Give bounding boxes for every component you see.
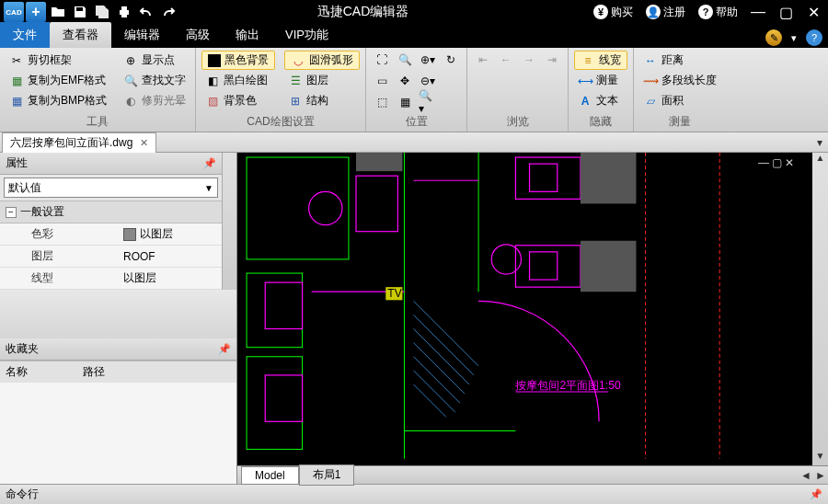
new-icon[interactable]: + — [26, 2, 46, 22]
zoomin-icon[interactable]: ⊕▾ — [418, 51, 438, 69]
prop-row-color[interactable]: 色彩 以图层 — [0, 223, 222, 246]
pan-icon[interactable]: ✥ — [395, 72, 415, 90]
pin-icon[interactable]: 📌 — [203, 157, 216, 169]
halo-icon: ◐ — [123, 94, 138, 109]
yen-icon: ¥ — [593, 5, 608, 19]
structure-button[interactable]: ⊞结构 — [284, 91, 360, 110]
command-line[interactable]: 命令行 📌 — [0, 484, 828, 504]
help-button[interactable]: ?帮助 — [695, 5, 742, 20]
copy-emf-button[interactable]: ▦复制为EMF格式 — [6, 71, 110, 90]
group-label-hide: 隐藏 — [574, 112, 627, 132]
measure-hide-button[interactable]: ⟷测量 — [574, 71, 627, 90]
target-icon: ⊕ — [123, 53, 138, 68]
vp-max-icon[interactable]: ▢ — [772, 156, 782, 169]
pencil-icon[interactable]: ✎ — [765, 29, 782, 46]
select-icon[interactable]: ▭ — [372, 72, 392, 90]
vertical-scrollbar[interactable]: ▲ ▼ — [812, 153, 828, 465]
show-point-button[interactable]: ⊕显示点 — [120, 51, 190, 70]
ruler-icon: ⟷ — [578, 74, 592, 88]
menu-viewer[interactable]: 查看器 — [50, 22, 111, 48]
print-icon[interactable] — [114, 2, 134, 22]
menu-editor[interactable]: 编辑器 — [111, 22, 173, 48]
find-text-button[interactable]: 🔍查找文字 — [120, 71, 190, 90]
bw-draw-button[interactable]: ◧黑白绘图 — [201, 71, 275, 90]
trim-halo-button[interactable]: ◐修剪光晕 — [120, 91, 190, 110]
main-area: 属性 📌 默认值 ▼ − 一般设置 色彩 以图层 图 — [0, 153, 828, 484]
app-icon[interactable]: CAD — [4, 2, 24, 22]
save-icon[interactable] — [70, 2, 90, 22]
undo-icon[interactable] — [136, 2, 156, 22]
menu-file[interactable]: 文件 — [0, 22, 50, 48]
text-hide-button[interactable]: A文本 — [574, 91, 627, 110]
vp-close-icon[interactable]: ✕ — [785, 156, 794, 169]
tab-model[interactable]: Model — [241, 466, 299, 485]
smooth-arc-button[interactable]: ◡圆滑弧形 — [284, 51, 360, 70]
menu-vip[interactable]: VIP功能 — [272, 22, 341, 48]
distance-button[interactable]: ↔距离 — [639, 51, 720, 70]
close-button[interactable]: ✕ — [802, 2, 824, 22]
prev-icon[interactable]: ⇤ — [473, 51, 493, 69]
tab-layout1[interactable]: 布局1 — [299, 464, 355, 486]
fit-icon[interactable]: ⛶ — [372, 51, 392, 69]
saveall-icon[interactable] — [92, 2, 112, 22]
black-bg-button[interactable]: 黑色背景 — [201, 51, 275, 70]
fwd-icon[interactable]: → — [519, 51, 539, 69]
hscroll-right-icon[interactable]: ► — [813, 469, 828, 482]
crop-frame-button[interactable]: ✂剪切框架 — [6, 51, 110, 70]
menu-output[interactable]: 输出 — [223, 22, 272, 48]
layer-button[interactable]: ☰图层 — [284, 71, 360, 90]
user-icon: 👤 — [646, 5, 661, 19]
last-icon[interactable]: ⇥ — [542, 51, 562, 69]
menu-advanced[interactable]: 高级 — [173, 22, 223, 48]
collapse-icon[interactable]: − — [6, 207, 17, 218]
side-scrollbar[interactable] — [222, 153, 236, 290]
menu-bar: 文件 查看器 编辑器 高级 输出 VIP功能 ✎ ▾ ? — [0, 24, 828, 48]
hscroll-left-icon[interactable]: ◄ — [799, 469, 813, 482]
zoom-icon[interactable]: 🔍 — [395, 51, 415, 69]
document-tab-label: 六层按摩包间立面详.dwg — [10, 135, 132, 151]
vp-min-icon[interactable]: — — [758, 156, 769, 169]
ribbon-group-browse: ⇤ ← → ⇥ 浏览 — [467, 48, 569, 132]
ribbon-group-cad: 黑色背景 ◧黑白绘图 ▧背景色 ◡圆滑弧形 ☰图层 ⊞结构 CAD绘图设置 — [196, 48, 366, 132]
redo-icon[interactable] — [158, 2, 178, 22]
pin-icon[interactable]: 📌 — [810, 488, 822, 500]
scroll-up-icon[interactable]: ▲ — [812, 153, 828, 167]
buy-button[interactable]: ¥购买 — [590, 5, 637, 20]
minimize-button[interactable]: — — [747, 2, 769, 22]
close-tab-icon[interactable]: ✕ — [140, 137, 148, 149]
linewidth-button[interactable]: ≡线宽 — [574, 51, 627, 70]
svg-rect-25 — [356, 153, 402, 171]
properties-header: 属性 📌 — [0, 153, 222, 175]
prop-row-linetype[interactable]: 线型 以图层 — [0, 268, 222, 290]
grid-icon[interactable]: ▦ — [395, 93, 415, 111]
bgcolor-button[interactable]: ▧背景色 — [201, 91, 275, 110]
linewidth-icon: ≡ — [581, 53, 595, 68]
titlebar-right: ¥购买 👤注册 ?帮助 — ▢ ✕ — [590, 2, 828, 22]
zoom2-icon[interactable]: 🔍▾ — [418, 93, 438, 111]
drawing-canvas[interactable]: TV 按摩包间2平面图1:50 — ▢ ✕ — [237, 153, 812, 465]
dropdown-icon[interactable]: ▾ — [786, 29, 802, 46]
maximize-button[interactable]: ▢ — [775, 2, 797, 22]
open-icon[interactable] — [48, 2, 68, 22]
register-button[interactable]: 👤注册 — [642, 5, 689, 20]
area-button[interactable]: ▱面积 — [639, 91, 720, 110]
zoomout-icon[interactable]: ⊖▾ — [418, 72, 438, 90]
prop-row-layer[interactable]: 图层 ROOF — [0, 246, 222, 268]
general-section[interactable]: − 一般设置 — [0, 200, 222, 223]
scroll-down-icon[interactable]: ▼ — [812, 451, 828, 465]
default-combo[interactable]: 默认值 ▼ — [4, 178, 218, 198]
pin-icon[interactable]: 📌 — [218, 343, 231, 355]
tab-dropdown-icon[interactable]: ▾ — [811, 136, 828, 149]
back-icon[interactable]: ← — [496, 51, 516, 69]
title-bar: CAD + 迅捷CAD编辑器 ¥购买 👤注册 ?帮助 — ▢ ✕ — [0, 0, 828, 24]
document-tab[interactable]: 六层按摩包间立面详.dwg ✕ — [2, 132, 156, 153]
favorites-list[interactable] — [0, 383, 236, 484]
chevron-down-icon: ▼ — [204, 183, 213, 193]
ribbon-group-hide: ≡线宽 ⟷测量 A文本 隐藏 — [569, 48, 634, 132]
rotate-icon[interactable]: ↻ — [441, 51, 461, 69]
copy-bmp-button[interactable]: ▦复制为BMP格式 — [6, 91, 110, 110]
help-round-icon[interactable]: ? — [806, 29, 822, 46]
app-title: 迅捷CAD编辑器 — [182, 4, 590, 20]
extent-icon[interactable]: ⬚ — [372, 93, 392, 111]
polyline-len-button[interactable]: ⟿多段线长度 — [639, 71, 720, 90]
